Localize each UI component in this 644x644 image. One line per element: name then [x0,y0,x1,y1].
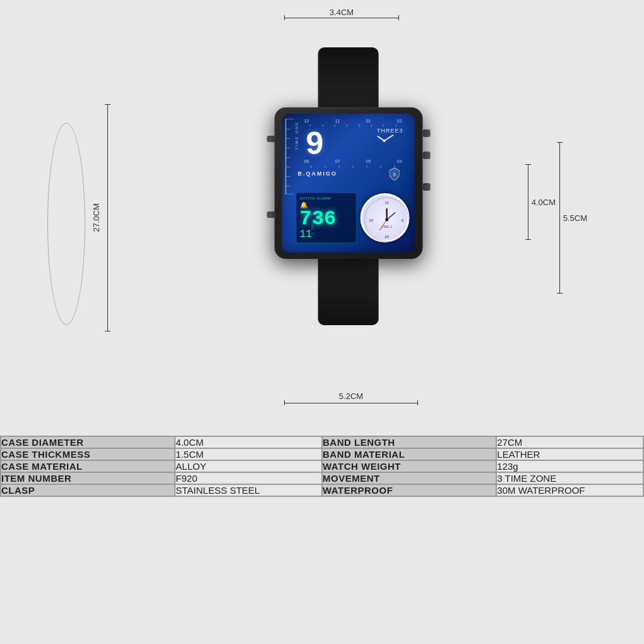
brand-label: B.QAMIGO [298,170,337,177]
spec-label-0-2: BAND LENGTH [322,436,496,448]
spec-value-0-2: 27CM [496,436,643,448]
dim-case-height: 4.0CM [528,164,556,240]
spec-value-4-1: STAINLESS STEEL [175,484,322,496]
pusher-bottom [266,212,275,218]
watch-face: TIME ONE 10 11 01 02 [282,114,415,253]
time-three-label: TIME 3 [311,219,314,235]
spec-label-2-2: WATCH WEIGHT [322,460,496,472]
spec-label-4-2: WATERPROOF [322,484,496,496]
digital-display: ACTIVE ALARM 🔔 736 11 TIME 3 [296,193,357,243]
band-bottom [318,259,379,325]
specs-row-1: CASE THICKMESS 1.5CM BAND MATERIAL LEATH… [1,448,643,460]
bottom-width-label: 5.2CM [339,391,363,401]
watch-case: TIME ONE 10 11 01 02 [274,107,422,259]
spec-value-1-1: 1.5CM [175,448,322,460]
specs-table: CASE DIAMETER 4.0CM BAND LENGTH 27CM CAS… [0,436,644,497]
shield-icon: 5 [390,168,400,183]
spec-label-1-2: BAND MATERIAL [322,448,496,460]
case-width-label: 5.5CM [563,213,587,223]
svg-point-12 [385,218,388,221]
top-width-label: 3.4CM [330,8,354,17]
hour-markers-2: 08 07 05 04 [304,159,402,164]
spec-value-3-1: F920 [175,472,322,484]
specs-row-0: CASE DIAMETER 4.0CM BAND LENGTH 27CM [1,436,643,448]
pusher-top [266,136,275,142]
spec-label-3-2: MOVEMENT [322,472,496,484]
spec-value-1-2: LEATHER [496,448,643,460]
dim-bottom-label: 5.2CM [284,400,418,405]
svg-line-10 [387,213,395,220]
svg-text:12: 12 [385,201,389,205]
analog-hands-area [366,131,403,150]
dim-top-label: 3.4CM [284,15,399,20]
spec-label-3-1: ITEM NUMBER [1,472,175,484]
band-top [318,47,379,107]
spec-label-1-1: CASE THICKMESS [1,448,175,460]
watch-image-section: 3.4CM 27.0CM [0,0,644,436]
svg-point-2 [383,140,386,142]
spec-value-4-2: 30M WATERPROOF [496,484,643,496]
alarm-label: ACTIVE ALARM [300,196,353,200]
spec-value-2-2: 123g [496,460,643,472]
crown-bottom [422,183,430,191]
digital-time: 736 [300,209,353,229]
tick-row-2 [304,165,402,168]
time-one-label: TIME ONE [295,121,299,150]
spec-label-0-1: CASE DIAMETER [1,436,175,448]
svg-text:6: 6 [402,218,404,222]
watch-body: TIME ONE 10 11 01 02 [266,47,431,388]
specs-row-4: CLASP STAINLESS STEEL WATERPROOF 30M WAT… [1,484,643,496]
specs-row-3: ITEM NUMBER F920 MOVEMENT 3 TIME ZONE [1,472,643,484]
svg-text:24: 24 [385,235,389,239]
svg-text:18: 18 [369,218,373,222]
specs-row-2: CASE MATERIAL ALLOY WATCH WEIGHT 123g [1,460,643,472]
crown-mid [422,152,430,159]
analog-mini-clock: 12 6 18 24 TIME 2 [361,193,410,242]
spec-value-2-1: ALLOY [175,460,322,472]
svg-text:5: 5 [393,172,396,177]
bottom-displays: ACTIVE ALARM 🔔 736 11 TIME 3 [296,188,410,247]
oval-decoration [47,123,85,325]
dim-band-length: 27.0CM [92,104,108,331]
spec-value-3-2: 3 TIME ZONE [496,472,643,484]
specs-section: CASE DIAMETER 4.0CM BAND LENGTH 27CM CAS… [0,436,644,497]
band-length-label: 27.0CM [92,203,101,232]
hour-markers: 10 11 01 02 [304,119,402,123]
dim-case-width: 5.5CM [559,142,587,294]
spec-value-0-1: 4.0CM [175,436,322,448]
case-height-label: 4.0CM [532,198,556,207]
svg-line-1 [385,135,393,141]
spec-label-4-1: CLASP [1,484,175,496]
ruler [285,119,294,194]
svg-text:TIME 2: TIME 2 [382,225,392,229]
spec-label-2-1: CASE MATERIAL [1,460,175,472]
crown-top [422,129,430,137]
time-one-digit: 9 [306,128,324,159]
